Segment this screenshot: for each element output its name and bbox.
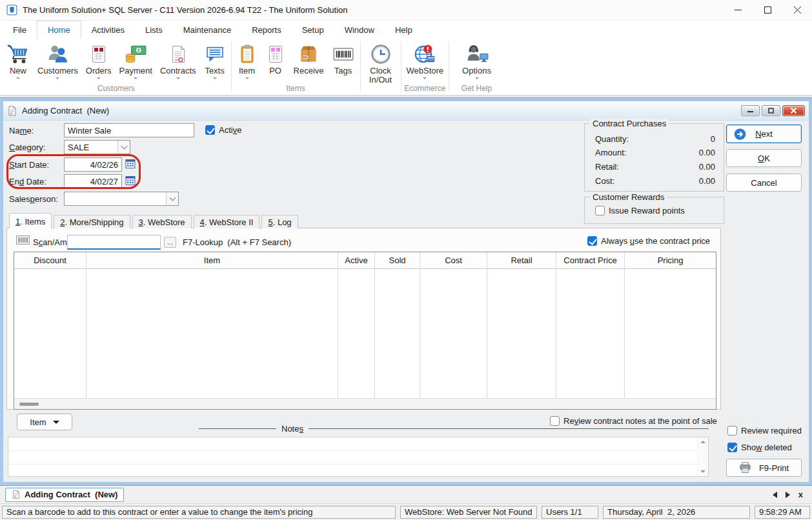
always-use-contract-price-checkbox[interactable]: Always use the contract price [587,236,710,246]
menu-setup[interactable]: Setup [292,21,334,39]
item-button-ribbon[interactable]: Item [233,41,261,81]
scroll-down-icon[interactable] [700,470,705,473]
previous-window-icon[interactable] [773,492,777,498]
cancel-button[interactable]: Cancel [726,174,802,192]
category-select[interactable]: SALE [64,140,130,154]
item-menu-button[interactable]: Item [17,414,72,430]
menu-window[interactable]: Window [334,21,385,39]
column-header-active[interactable]: Active [338,252,375,268]
ribbon-separator [449,41,449,92]
status-users: Users 1/1 [542,506,598,519]
menu-home[interactable]: Home [37,21,81,39]
next-button[interactable]: Next [726,125,802,143]
clock-in-out-button[interactable]: Clock In/Out [362,41,400,85]
payment-button[interactable]: Payment [116,41,156,81]
name-input[interactable] [64,123,194,137]
printer-icon [739,462,751,474]
table-body-empty[interactable] [14,269,716,398]
orders-grid-icon [88,42,109,66]
clipboard-icon [237,42,258,66]
always-use-contract-price-label: Always use the contract price [601,236,710,246]
end-date-input[interactable] [64,174,122,188]
menu-file[interactable]: File [3,21,37,39]
notes-divider: Notes [199,423,709,434]
notes-textarea[interactable] [8,437,709,477]
dialog-close-button[interactable] [782,105,805,116]
ribbon-separator [360,41,361,92]
menu-reports[interactable]: Reports [241,21,292,39]
chevron-down-icon [53,421,59,427]
close-button[interactable] [782,0,812,20]
column-header-sold[interactable]: Sold [375,252,420,268]
new-button[interactable]: New [3,41,34,81]
lookup-ellipsis-button[interactable]: ... [164,237,176,248]
review-required-checkbox[interactable]: Review required [727,426,802,435]
column-header-cost[interactable]: Cost [420,252,487,268]
scroll-up-icon[interactable] [700,441,705,443]
chevron-down-icon [56,77,59,81]
menu-maintenance[interactable]: Maintenance [173,21,241,39]
minimize-button[interactable] [723,0,753,20]
tab-log[interactable]: 5. Log [261,215,298,228]
customer-rewards-group: Customer Rewards Issue Reward points [584,197,724,224]
column-header-item[interactable]: Item [86,252,338,268]
column-header-pricing[interactable]: Pricing [625,252,716,268]
orders-button[interactable]: Orders [82,41,116,81]
salesperson-select[interactable] [64,192,179,206]
next-window-icon[interactable] [786,492,790,498]
table-header-row: Discount Item Active Sold Cost Retail Co… [14,252,716,269]
chevron-down-icon [117,141,130,154]
column-header-discount[interactable]: Discount [14,252,86,268]
tags-button[interactable]: Tags [328,41,359,75]
contract-purchases-group: Contract Purchases Quantity:0 Amount:0.0… [584,123,724,192]
ribbon-group-customers: New Customers Orders Payment [3,39,230,95]
start-date-label: Start Date: [9,160,49,170]
menu-help[interactable]: Help [385,21,423,39]
checkbox-unchecked-icon [727,426,737,435]
tab-more-shipping[interactable]: 2. More/Shipping [54,215,130,228]
scrollbar-thumb[interactable] [19,403,39,406]
po-grid-icon [265,42,286,66]
application-window: The Uniform Solution+ SQL Server - C11 V… [0,0,812,520]
dialog-restore-button[interactable] [762,105,780,116]
maximize-button[interactable] [753,0,782,20]
contracts-button[interactable]: Contracts [156,41,200,81]
scan-amt-input[interactable] [67,235,161,250]
close-window-icon[interactable]: x [798,492,803,498]
texts-button[interactable]: Texts [200,41,230,81]
start-date-calendar-icon[interactable] [125,159,136,169]
mdi-tab-adding-contract[interactable]: Adding Contract (New) [5,488,124,502]
ok-button[interactable]: OK [726,149,802,167]
end-date-calendar-icon[interactable] [125,175,136,186]
active-checkbox[interactable]: Active [205,125,241,135]
menu-lists[interactable]: Lists [135,21,173,39]
speech-bubble-icon [204,42,226,66]
customers-button[interactable]: Customers [34,41,82,81]
table-horizontal-scrollbar[interactable] [14,398,716,409]
items-tab-panel: Scan/Amt: ... F7-Lookup (Alt + F7 Search… [6,228,721,410]
receive-button[interactable]: Receive [290,41,328,75]
webstore-button[interactable]: WebStore [403,41,448,81]
package-icon [298,42,320,66]
dialog-minimize-button[interactable] [741,105,760,116]
tab-items[interactable]: 1. Items [9,213,52,228]
support-icon [465,42,489,66]
show-deleted-checkbox[interactable]: Show deleted [727,443,792,452]
notes-scrollbar[interactable] [697,437,708,476]
show-deleted-label: Show deleted [741,443,792,452]
status-date: Thursday, April 2, 2026 [603,506,750,519]
checkbox-checked-icon [205,125,215,135]
tab-webstore[interactable]: 3. WebStore [132,215,192,228]
column-header-contract-price[interactable]: Contract Price [556,252,625,268]
menu-activities[interactable]: Activities [81,21,135,39]
f9-print-button[interactable]: F9-Print [726,459,802,477]
issue-reward-points-checkbox[interactable]: Issue Reward points [595,206,685,215]
notes-label: Notes [281,424,303,434]
po-button[interactable]: PO [261,41,290,75]
status-message: Scan a barcode to add to this contract o… [2,506,396,519]
tab-webstore-ii[interactable]: 4. WebStore II [194,215,260,228]
column-header-retail[interactable]: Retail [487,252,556,268]
options-button[interactable]: Options [458,41,495,81]
start-date-input[interactable] [64,157,122,172]
chevron-down-icon [16,77,20,81]
